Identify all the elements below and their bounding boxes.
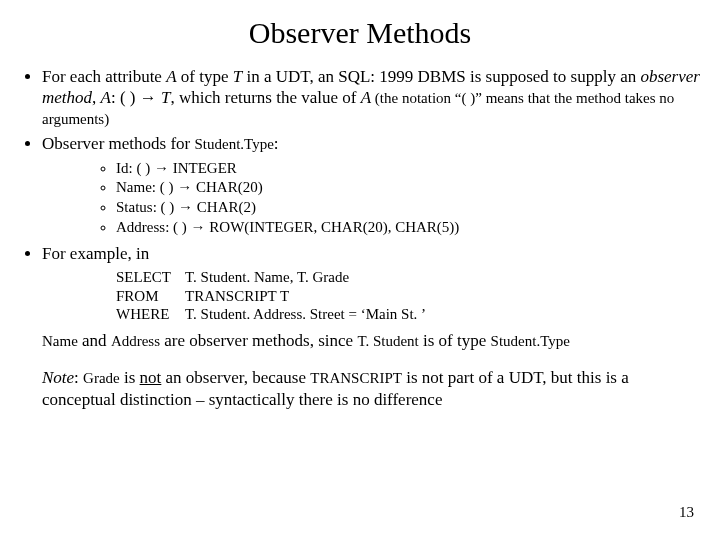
list-item: Address: ( ) → ROW(INTEGER, CHAR(20), CH… bbox=[116, 218, 700, 237]
slide: Observer Methods For each attribute A of… bbox=[0, 0, 720, 540]
sql-args: T. Student. Name, T. Grade bbox=[185, 268, 440, 287]
note-label: Note bbox=[42, 368, 74, 387]
sql-args: T. Student. Address. Street = ‘Main St. … bbox=[185, 305, 440, 324]
table-transcript: TRANSCRIPT bbox=[310, 370, 402, 386]
text: Observer methods for bbox=[42, 134, 195, 153]
text: an observer, because bbox=[161, 368, 310, 387]
bullet-example-intro: For example, in SELECT T. Student. Name,… bbox=[42, 243, 700, 325]
type-student: Student.Type bbox=[491, 333, 570, 349]
col-grade: Grade bbox=[83, 370, 120, 386]
note-paragraph: Note: Grade is not an observer, because … bbox=[42, 367, 700, 410]
page-number: 13 bbox=[679, 503, 694, 522]
observer-methods-list: Id: ( ) → INTEGER Name: ( ) → CHAR(20) S… bbox=[98, 159, 700, 237]
table-row: SELECT T. Student. Name, T. Grade bbox=[116, 268, 440, 287]
sql-keyword: FROM bbox=[116, 287, 185, 306]
sql-example: SELECT T. Student. Name, T. Grade FROM T… bbox=[116, 268, 700, 324]
bullet-observer-list-intro: Observer methods for Student.Type: Id: (… bbox=[42, 133, 700, 236]
text: of type bbox=[177, 67, 233, 86]
expr-t-student: T. Student bbox=[357, 333, 418, 349]
var-A: A bbox=[166, 67, 176, 86]
sql-args: TRANSCRIPT T bbox=[185, 287, 440, 306]
text: , bbox=[92, 88, 101, 107]
bullet-list: For each attribute A of type T in a UDT,… bbox=[24, 66, 700, 325]
text: For each attribute bbox=[42, 67, 166, 86]
text: in a UDT, an SQL: 1999 DBMS is supposed … bbox=[242, 67, 640, 86]
emphasis-not: not bbox=[140, 368, 162, 387]
text: : bbox=[274, 134, 279, 153]
text: : ( ) bbox=[111, 88, 140, 107]
list-item: Id: ( ) → INTEGER bbox=[116, 159, 700, 178]
bullet-observer-def: For each attribute A of type T in a UDT,… bbox=[42, 66, 700, 130]
text: is bbox=[120, 368, 140, 387]
col-address: Address bbox=[111, 333, 160, 349]
text: , which returns the value of bbox=[170, 88, 360, 107]
text: : bbox=[74, 368, 83, 387]
page-title: Observer Methods bbox=[20, 14, 700, 52]
list-item: Name: ( ) → CHAR(20) bbox=[116, 178, 700, 197]
arrow-icon: → bbox=[140, 88, 157, 107]
explanation-paragraph: Name and Address are observer methods, s… bbox=[42, 330, 700, 351]
table-row: FROM TRANSCRIPT T bbox=[116, 287, 440, 306]
var-T: T bbox=[233, 67, 242, 86]
text: is of type bbox=[419, 331, 491, 350]
list-item: Status: ( ) → CHAR(2) bbox=[116, 198, 700, 217]
sql-keyword: SELECT bbox=[116, 268, 185, 287]
table-row: WHERE T. Student. Address. Street = ‘Mai… bbox=[116, 305, 440, 324]
var-A: A bbox=[101, 88, 111, 107]
type-student: Student.Type bbox=[195, 136, 274, 152]
sql-keyword: WHERE bbox=[116, 305, 185, 324]
text: are observer methods, since bbox=[160, 331, 357, 350]
text: For example, in bbox=[42, 244, 149, 263]
var-A: A bbox=[361, 88, 371, 107]
text: and bbox=[78, 331, 111, 350]
col-name: Name bbox=[42, 333, 78, 349]
